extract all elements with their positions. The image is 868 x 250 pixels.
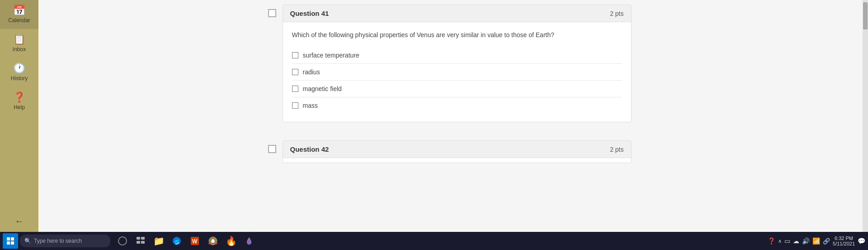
systray-wifi[interactable]: 📶: [812, 237, 820, 245]
answer-label-41-4: mass: [303, 102, 318, 109]
collapse-icon: ←: [15, 216, 24, 226]
systray-question[interactable]: ❓: [768, 237, 775, 245]
answer-label-41-2: radius: [303, 68, 320, 76]
start-button[interactable]: [3, 233, 18, 249]
bookmark-checkbox-41[interactable]: [268, 9, 276, 17]
question-card-42: Question 42 2 pts: [283, 140, 632, 163]
svg-rect-6: [141, 237, 145, 240]
calendar-icon: 📅: [13, 5, 25, 15]
taskbar-explorer[interactable]: 📁: [150, 232, 167, 250]
taskbar: 🔍 Type here to search 📁: [0, 232, 868, 250]
taskbar-date: 5/11/2021: [833, 241, 855, 246]
help-icon: ❓: [13, 92, 25, 102]
sidebar-item-label: Help: [14, 104, 25, 111]
systray-chevron[interactable]: ∧: [778, 238, 782, 244]
answer-checkbox-41-4[interactable]: [292, 102, 298, 109]
sidebar-item-label: Inbox: [13, 46, 26, 53]
systray-notification[interactable]: 💬: [858, 237, 865, 245]
taskbar-cortana[interactable]: [114, 232, 131, 250]
taskbar-search-box[interactable]: 🔍 Type here to search: [20, 235, 110, 247]
question-41-pts: 2 pts: [610, 10, 623, 17]
question-card-41: Question 41 2 pts Which of the following…: [283, 5, 632, 122]
systray-volume[interactable]: 🔊: [802, 237, 810, 245]
question-42-pts: 2 pts: [610, 146, 623, 153]
svg-rect-2: [7, 241, 10, 245]
svg-rect-7: [137, 241, 140, 244]
sidebar-item-calendar[interactable]: 📅 Calendar: [0, 0, 38, 29]
sidebar: 📅 Calendar 📋 Inbox 🕐 History ❓ Help ←: [0, 0, 38, 232]
search-placeholder: Type here to search: [34, 238, 82, 244]
svg-rect-5: [137, 237, 140, 240]
right-scrollbar[interactable]: [863, 0, 868, 232]
taskbar-droplet[interactable]: [241, 232, 258, 250]
taskbar-apps: 📁 W 🔥: [114, 232, 258, 250]
question-42-header: Question 42 2 pts: [283, 141, 631, 158]
taskbar-edge[interactable]: [168, 232, 185, 250]
sidebar-collapse-button[interactable]: ←: [0, 211, 38, 232]
sidebar-bottom: ←: [0, 211, 38, 232]
answer-option-41-4: mass: [292, 97, 622, 114]
history-icon: 🕐: [13, 63, 25, 73]
main-content: Question 41 2 pts Which of the following…: [38, 0, 863, 232]
taskbar-clock[interactable]: 6:32 PM 5/11/2021: [833, 236, 855, 246]
taskbar-systray: ❓ ∧ ▭ ☁ 🔊 📶 🔗 6:32 PM 5/11/2021 💬: [768, 236, 865, 246]
svg-rect-3: [11, 241, 14, 245]
svg-rect-8: [141, 241, 145, 244]
answer-option-41-1: surface temperature: [292, 47, 622, 64]
svg-point-4: [118, 237, 127, 245]
taskbar-office[interactable]: W: [186, 232, 203, 250]
sidebar-item-label: Calendar: [8, 17, 30, 24]
taskbar-task-view[interactable]: [132, 232, 149, 250]
answer-option-41-2: radius: [292, 64, 622, 81]
question-41-body: Which of the following physical properti…: [283, 22, 631, 122]
question-41-wrapper: Question 41 2 pts Which of the following…: [265, 5, 632, 131]
answer-checkbox-41-2[interactable]: [292, 69, 298, 75]
answer-checkbox-41-1[interactable]: [292, 52, 298, 58]
question-41-text: Which of the following physical properti…: [292, 30, 622, 40]
svg-rect-0: [7, 237, 10, 240]
question-41-title: Question 41: [290, 10, 329, 17]
sidebar-item-label: History: [11, 75, 28, 82]
question-42-wrapper: Question 42 2 pts: [265, 140, 632, 172]
bookmark-col-42: [265, 140, 279, 153]
svg-rect-1: [11, 237, 14, 240]
question-41-header: Question 41 2 pts: [283, 5, 631, 22]
bookmark-checkbox-42[interactable]: [268, 145, 276, 153]
search-icon: 🔍: [24, 238, 31, 244]
systray-cloud[interactable]: ☁: [793, 237, 799, 245]
answer-label-41-3: magnetic field: [303, 85, 342, 92]
answer-checkbox-41-3[interactable]: [292, 86, 298, 92]
svg-text:W: W: [192, 238, 198, 245]
sidebar-item-help[interactable]: ❓ Help: [0, 87, 38, 116]
sidebar-item-inbox[interactable]: 📋 Inbox: [0, 29, 38, 58]
sidebar-item-history[interactable]: 🕐 History: [0, 58, 38, 87]
taskbar-firefox[interactable]: 🔥: [222, 232, 240, 250]
bookmark-col-41: [265, 5, 279, 17]
taskbar-time: 6:32 PM: [835, 236, 853, 241]
systray-network[interactable]: 🔗: [823, 238, 830, 245]
inbox-icon: 📋: [13, 34, 25, 44]
question-42-title: Question 42: [290, 145, 329, 153]
answer-option-41-3: magnetic field: [292, 81, 622, 97]
answer-label-41-1: surface temperature: [303, 52, 359, 59]
scrollbar-thumb[interactable]: [863, 2, 868, 29]
systray-tablet[interactable]: ▭: [784, 237, 790, 245]
taskbar-chrome[interactable]: [204, 232, 222, 250]
